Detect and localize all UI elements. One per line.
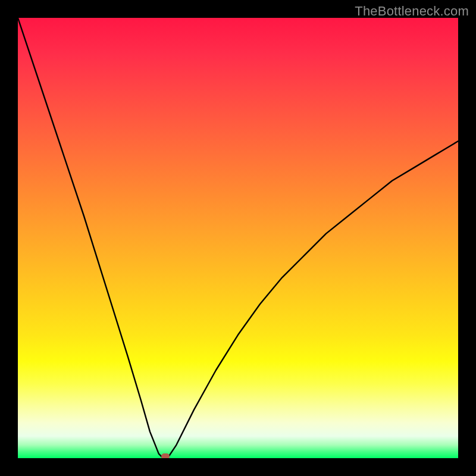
chart-frame: TheBottleneck.com xyxy=(0,0,476,476)
watermark-text: TheBottleneck.com xyxy=(355,4,469,19)
bottleneck-curve xyxy=(18,18,458,458)
plot-area xyxy=(18,18,458,458)
optimal-point-marker xyxy=(161,453,170,458)
